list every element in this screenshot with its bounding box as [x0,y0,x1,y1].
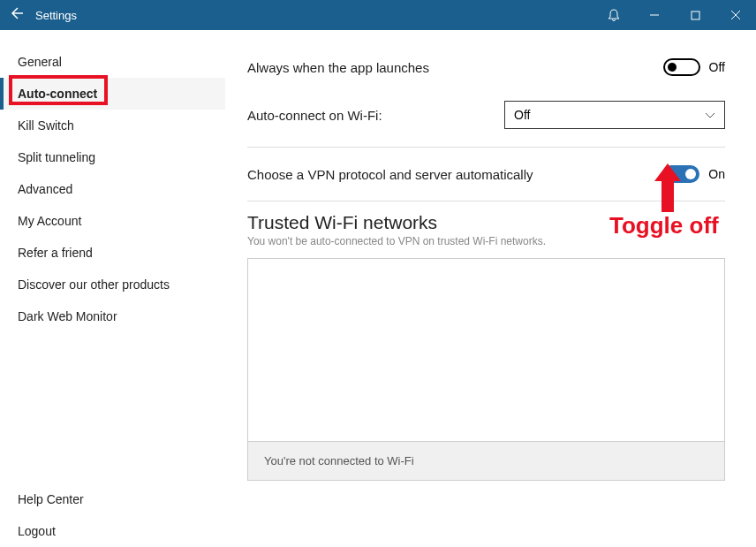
launch-toggle[interactable] [663,58,700,76]
sidebar-item-advanced[interactable]: Advanced [0,173,225,205]
sidebar-item-label: Kill Switch [18,118,74,133]
sidebar-item-refer-friend[interactable]: Refer a friend [0,237,225,269]
protocol-toggle[interactable] [662,165,699,183]
launch-toggle-state: Off [709,60,725,74]
sidebar-item-label: Advanced [18,182,72,196]
sidebar-item-split-tunneling[interactable]: Split tunneling [0,141,225,173]
sidebar-item-label: Refer a friend [18,246,93,260]
wifi-label: Auto-connect on Wi-Fi: [247,108,504,123]
wifi-row: Auto-connect on Wi-Fi: Off [247,88,725,141]
trusted-title: Trusted Wi-Fi networks [247,212,725,233]
wifi-select-value: Off [514,108,530,122]
titlebar: Settings [0,0,756,30]
sidebar-item-label: Split tunneling [18,150,95,164]
sidebar-item-label: Auto-connect [18,87,97,101]
sidebar-item-my-account[interactable]: My Account [0,205,225,237]
minimize-button[interactable] [634,0,675,30]
sidebar-item-other-products[interactable]: Discover our other products [0,269,225,300]
sidebar-item-logout[interactable]: Logout [0,515,225,547]
protocol-label: Choose a VPN protocol and server automat… [247,167,662,182]
launch-row: Always when the app launches Off [247,46,725,88]
sidebar-item-label: My Account [18,214,81,228]
divider [247,147,725,148]
chevron-down-icon [705,108,715,122]
launch-label: Always when the app launches [247,60,663,75]
wifi-select[interactable]: Off [504,101,725,129]
sidebar-item-label: Discover our other products [18,277,170,292]
svg-rect-1 [692,11,699,19]
sidebar-item-label: General [18,55,62,69]
protocol-toggle-state: On [708,167,725,181]
content-pane: Always when the app launches Off Auto-co… [225,30,756,547]
divider [247,201,725,201]
sidebar-item-dark-web-monitor[interactable]: Dark Web Monitor [0,300,225,332]
sidebar-item-help-center[interactable]: Help Center [0,483,225,515]
window-title: Settings [35,9,77,22]
sidebar-item-label: Help Center [18,492,84,506]
sidebar-item-label: Dark Web Monitor [18,309,117,323]
sidebar-item-auto-connect[interactable]: Auto-connect [0,78,225,110]
sidebar-item-label: Logout [18,524,56,538]
trusted-networks-footer: You're not connected to Wi-Fi [248,441,724,480]
close-button[interactable] [715,0,756,30]
maximize-button[interactable] [675,0,715,30]
trusted-networks-empty [248,259,724,441]
back-button[interactable] [0,6,35,24]
sidebar: General Auto-connect Kill Switch Split t… [0,30,225,547]
trusted-networks-box: You're not connected to Wi-Fi [247,258,725,481]
sidebar-item-general[interactable]: General [0,46,225,78]
bell-icon[interactable] [593,0,634,30]
protocol-row: Choose a VPN protocol and server automat… [247,153,725,195]
sidebar-item-kill-switch[interactable]: Kill Switch [0,110,225,141]
trusted-subtitle: You won't be auto-connected to VPN on tr… [247,235,725,247]
